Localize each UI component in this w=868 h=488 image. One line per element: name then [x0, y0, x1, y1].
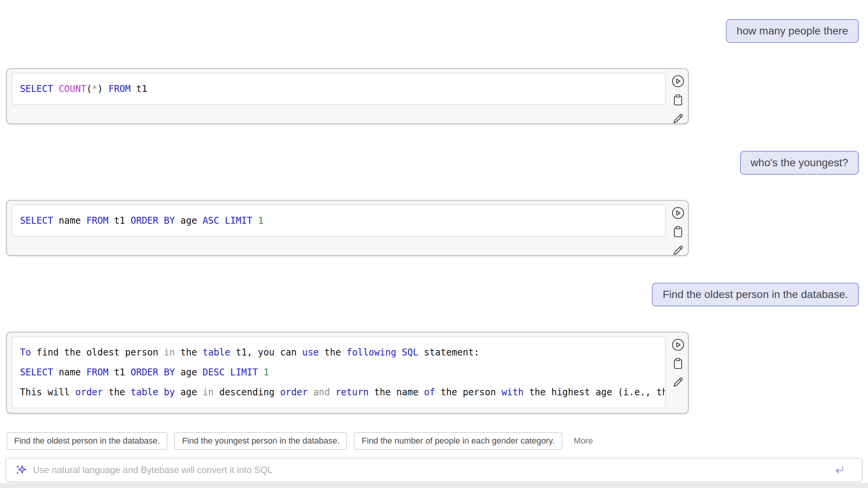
assistant-response-card: SELECT name FROM t1 ORDER BY age ASC LIM… — [6, 200, 689, 256]
more-suggestions-link[interactable]: More — [574, 436, 593, 446]
natural-language-input[interactable] — [32, 464, 827, 476]
code-line: This will order the table by age in desc… — [20, 382, 657, 402]
code-line: SELECT name FROM t1 ORDER BY age DESC LI… — [20, 362, 657, 382]
sql-code-block: To find the oldest person in the table t… — [11, 336, 666, 408]
user-message-row: Find the oldest person in the database. — [0, 283, 868, 306]
assistant-response-card: SELECT COUNT(*) FROM t1 — [6, 68, 689, 124]
copy-icon — [671, 225, 685, 239]
user-message-row: who's the youngest? — [0, 151, 868, 175]
sql-chat-page: how many people thereSELECT COUNT(*) FRO… — [0, 0, 868, 482]
sparkles-ai-icon — [15, 464, 27, 476]
copy-icon — [671, 357, 685, 370]
response-action-column — [671, 338, 685, 389]
copy-sql-button[interactable] — [671, 225, 685, 239]
run-icon — [671, 206, 685, 220]
edit-sql-button[interactable] — [671, 112, 685, 126]
run-query-button[interactable] — [671, 206, 685, 220]
edit-icon — [671, 375, 685, 389]
response-action-column — [671, 206, 685, 257]
copy-icon — [671, 93, 685, 107]
run-query-button[interactable] — [671, 74, 685, 88]
response-action-column — [671, 74, 685, 126]
code-line: SELECT COUNT(*) FROM t1 — [20, 79, 657, 99]
enter-return-icon[interactable] — [833, 463, 846, 477]
user-message-bubble: who's the youngest? — [740, 151, 859, 175]
edit-sql-button[interactable] — [671, 244, 685, 257]
run-icon — [671, 338, 685, 352]
code-line: To find the oldest person in the table t… — [20, 342, 657, 362]
user-message-bubble: Find the oldest person in the database. — [652, 283, 859, 306]
assistant-response-card: To find the oldest person in the table t… — [6, 332, 689, 414]
prompt-input-bar[interactable] — [5, 458, 863, 482]
copy-sql-button[interactable] — [671, 93, 685, 107]
edit-sql-button[interactable] — [671, 375, 685, 389]
user-message-row: how many people there — [0, 19, 868, 43]
suggestion-button-youngest[interactable]: Find the youngest person in the database… — [174, 432, 347, 450]
suggestion-bar: Find the oldest person in the database. … — [7, 432, 868, 450]
run-icon — [671, 74, 685, 88]
user-message-bubble: how many people there — [726, 19, 859, 43]
run-query-button[interactable] — [671, 338, 685, 352]
copy-sql-button[interactable] — [671, 357, 685, 370]
code-line: SELECT name FROM t1 ORDER BY age ASC LIM… — [20, 211, 657, 231]
sql-code-block: SELECT name FROM t1 ORDER BY age ASC LIM… — [11, 205, 666, 237]
suggestion-button-gender-count[interactable]: Find the number of people in each gender… — [354, 432, 562, 450]
edit-icon — [671, 112, 685, 126]
edit-icon — [671, 244, 685, 257]
suggestion-button-oldest[interactable]: Find the oldest person in the database. — [7, 432, 167, 450]
sql-code-block: SELECT COUNT(*) FROM t1 — [11, 73, 666, 105]
chat-thread: how many people thereSELECT COUNT(*) FRO… — [0, 0, 868, 414]
bottom-divider — [0, 483, 868, 488]
